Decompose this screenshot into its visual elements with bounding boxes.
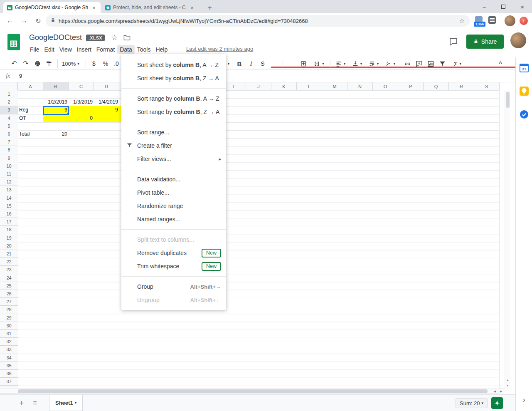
col-header-M[interactable]: M	[322, 82, 347, 90]
row-header-10[interactable]: 10	[0, 162, 18, 170]
col-header-L[interactable]: L	[297, 82, 322, 90]
doc-title[interactable]: GoogleDOCtest	[29, 33, 82, 42]
data-menu-item-sort-range[interactable]: Sort range...	[121, 126, 226, 139]
data-menu-item-remove-duplicates[interactable]: Remove duplicatesNew	[121, 246, 226, 260]
new-tab-button[interactable]: +	[204, 2, 215, 13]
data-menu-item-pivot-table[interactable]: Pivot table...	[121, 186, 226, 199]
row-header-32[interactable]: 32	[0, 338, 18, 346]
cell-B2[interactable]: 1/2/2019	[43, 98, 69, 106]
sheet-tab-sheet1[interactable]: Sheet1 ▾	[49, 395, 83, 411]
sheets-logo-icon[interactable]	[7, 34, 20, 52]
row-header-12[interactable]: 12	[0, 178, 18, 186]
close-window-icon[interactable]: ×	[513, 0, 532, 13]
formula-bar[interactable]: fx 9	[0, 70, 532, 82]
menu-tools[interactable]: Tools	[135, 45, 153, 54]
data-menu-item-sort-range-by-column-b-a-z[interactable]: Sort range by column B, A → Z	[121, 92, 226, 105]
bold-button[interactable]: B	[234, 59, 244, 69]
row-header-4[interactable]: 4	[0, 114, 18, 122]
redo-button[interactable]: ↷	[21, 59, 31, 69]
col-header-P[interactable]: P	[398, 82, 424, 90]
row-header-1[interactable]: 1	[0, 90, 18, 98]
add-sheet-button[interactable]: +	[16, 395, 27, 411]
scroll-up-icon[interactable]: ▲	[505, 377, 510, 383]
horizontal-scrollbar-thumb[interactable]	[18, 389, 488, 393]
calendar-icon[interactable]: 31	[520, 63, 529, 72]
row-header-18[interactable]: 18	[0, 226, 18, 234]
vertical-scrollbar-thumb[interactable]	[506, 92, 510, 108]
data-menu-item-sort-sheet-by-column-b-a-z[interactable]: Sort sheet by column B, A → Z	[121, 58, 226, 72]
col-header-C[interactable]: C	[69, 82, 94, 90]
row-header-7[interactable]: 7	[0, 138, 18, 146]
minimize-icon[interactable]: –	[475, 0, 494, 13]
data-menu-item-create-a-filter[interactable]: Create a filter	[121, 139, 226, 152]
browser-tab-sheets[interactable]: GoogleDOCtest.xlsx - Google Sh ×	[3, 2, 101, 13]
row-header-34[interactable]: 34	[0, 354, 18, 362]
cell-A3[interactable]: Reg	[18, 106, 43, 114]
menu-view[interactable]: View	[57, 45, 74, 54]
data-menu-item-sort-range-by-column-b-z-a[interactable]: Sort range by column B, Z → A	[121, 105, 226, 119]
menu-edit[interactable]: Edit	[42, 45, 57, 54]
row-header-36[interactable]: 36	[0, 370, 18, 378]
decrease-decimal-button[interactable]: .0	[111, 59, 121, 69]
paint-format-button[interactable]	[44, 59, 54, 69]
row-header-15[interactable]: 15	[0, 202, 18, 210]
col-header-A[interactable]: A	[18, 82, 43, 90]
row-header-24[interactable]: 24	[0, 274, 18, 282]
last-edit-link[interactable]: Last edit was 2 minutes ago	[186, 46, 253, 52]
maximize-icon[interactable]	[494, 0, 513, 13]
row-header-6[interactable]: 6	[0, 130, 18, 138]
address-bar[interactable]: https://docs.google.com/spreadsheets/d/1…	[46, 15, 470, 27]
menu-data[interactable]: Data	[117, 45, 135, 54]
move-folder-icon[interactable]	[123, 35, 131, 41]
col-header-N[interactable]: N	[347, 82, 373, 90]
col-header-R[interactable]: R	[449, 82, 474, 90]
row-header-21[interactable]: 21	[0, 250, 18, 258]
row-header-8[interactable]: 8	[0, 146, 18, 154]
collapse-panel-icon[interactable]: ›	[520, 395, 529, 404]
text-color-button[interactable]: A	[269, 59, 532, 69]
cell-A6[interactable]: Total	[18, 130, 43, 138]
comment-icon[interactable]	[449, 37, 458, 48]
functions-button[interactable]: Σ ▾	[450, 59, 466, 69]
data-menu-item-sort-sheet-by-column-b-z-a[interactable]: Sort sheet by column B, Z → A	[121, 72, 226, 85]
back-icon[interactable]: ←	[5, 16, 15, 26]
row-header-13[interactable]: 13	[0, 186, 18, 194]
row-header-29[interactable]: 29	[0, 314, 18, 322]
row-header-33[interactable]: 33	[0, 346, 18, 354]
text-rotation-button[interactable]: ▾	[382, 59, 398, 69]
data-menu-item-named-ranges[interactable]: Named ranges...	[121, 213, 226, 226]
row-header-14[interactable]: 14	[0, 194, 18, 202]
row-header-31[interactable]: 31	[0, 330, 18, 338]
star-doc-icon[interactable]: ☆	[111, 33, 118, 42]
row-header-16[interactable]: 16	[0, 210, 18, 218]
account-avatar[interactable]	[510, 32, 526, 48]
strikethrough-button[interactable]: S	[258, 59, 268, 69]
data-menu-item-data-validation[interactable]: Data validation...	[121, 173, 226, 186]
col-header-Q[interactable]: Q	[424, 82, 449, 90]
data-menu-item-filter-views[interactable]: Filter views...▸	[121, 152, 226, 166]
cell-C4[interactable]: 0	[69, 114, 94, 122]
row-header-27[interactable]: 27	[0, 298, 18, 306]
merge-cells-button[interactable]: ▾	[311, 59, 327, 69]
menu-file[interactable]: File	[27, 45, 42, 54]
data-menu-item-trim-whitespace[interactable]: Trim whitespaceNew	[121, 260, 226, 273]
zoom-control[interactable]: 100% ▾	[60, 59, 81, 69]
grid-canvas[interactable]	[18, 90, 500, 394]
insert-comment-button[interactable]	[414, 59, 424, 69]
insert-chart-button[interactable]	[426, 59, 436, 69]
bookmark-star-icon[interactable]: ☆	[459, 17, 465, 25]
chrome-update-icon[interactable]: ↑	[520, 17, 528, 25]
row-header-9[interactable]: 9	[0, 154, 18, 162]
scroll-down-icon[interactable]: ▼	[505, 383, 510, 388]
select-all-corner[interactable]	[0, 82, 18, 90]
share-button[interactable]: Share	[466, 35, 504, 49]
scroll-left-icon[interactable]: ◀	[492, 389, 498, 394]
row-header-23[interactable]: 23	[0, 266, 18, 274]
vertical-scrollbar[interactable]: ▲ ▼	[505, 90, 510, 388]
data-menu-item-randomize-range[interactable]: Randomize range	[121, 199, 226, 213]
reload-icon[interactable]: ↻	[33, 16, 43, 26]
cell-D3[interactable]: 9	[94, 106, 119, 114]
tab-close-icon[interactable]: ×	[91, 4, 97, 11]
print-button[interactable]	[32, 59, 42, 69]
menu-insert[interactable]: Insert	[74, 45, 94, 54]
